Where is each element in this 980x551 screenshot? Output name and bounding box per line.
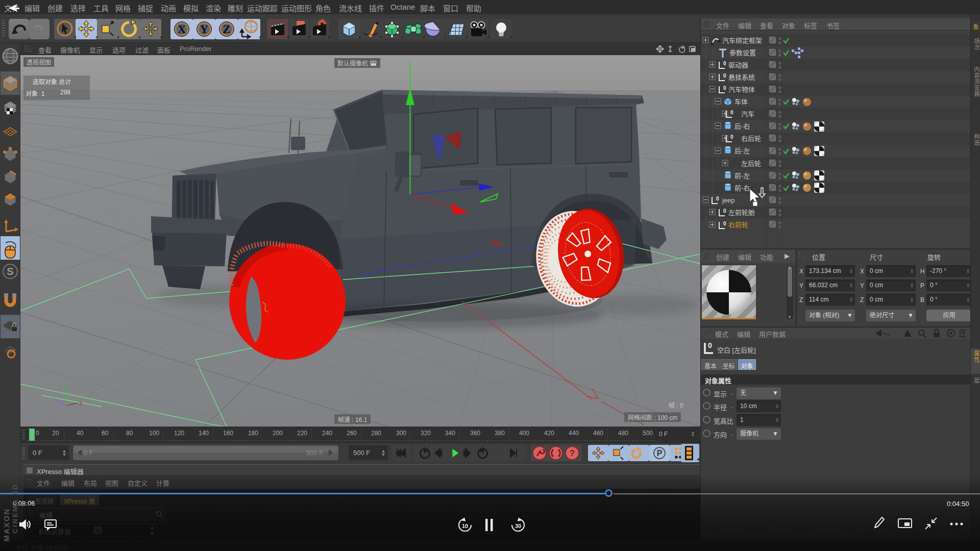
svg-text:0: 0 — [730, 110, 733, 115]
svg-text:左前轮胎: 左前轮胎 — [728, 209, 755, 216]
svg-text:0: 0 — [723, 221, 726, 227]
svg-text:500 F: 500 F — [306, 449, 323, 457]
svg-text:160: 160 — [223, 430, 233, 437]
svg-text:Y: Y — [62, 381, 66, 387]
svg-text:300: 300 — [396, 430, 406, 437]
svg-text:380: 380 — [495, 430, 505, 437]
svg-text:S: S — [7, 266, 13, 277]
svg-text:340: 340 — [445, 430, 455, 437]
svg-text:10: 10 — [462, 523, 468, 529]
svg-text:汽车: 汽车 — [741, 110, 754, 118]
svg-text:0: 0 — [723, 208, 726, 214]
svg-text:X: X — [79, 401, 83, 407]
svg-text:500: 500 — [643, 430, 653, 437]
svg-text:Y: Y — [200, 23, 209, 36]
svg-text:220: 220 — [297, 430, 307, 437]
svg-text:0: 0 — [716, 196, 719, 202]
svg-text:汽车绑定框架: 汽车绑定框架 — [722, 37, 762, 44]
svg-text:后-右: 后-右 — [734, 122, 750, 130]
svg-text:40: 40 — [77, 430, 84, 437]
svg-text:100: 100 — [149, 430, 159, 437]
svg-text:480: 480 — [618, 430, 628, 437]
svg-text:260: 260 — [347, 430, 357, 437]
svg-text:0: 0 — [36, 430, 39, 437]
svg-text:悬挂系统: 悬挂系统 — [728, 73, 755, 81]
svg-text:0 F: 0 F — [84, 449, 93, 457]
svg-text:20: 20 — [52, 430, 59, 437]
svg-text:420: 420 — [544, 430, 554, 437]
svg-text:右前轮: 右前轮 — [728, 221, 748, 229]
svg-text:汽车物体: 汽车物体 — [728, 86, 755, 93]
svg-text:驱动器: 驱动器 — [728, 61, 748, 69]
svg-text:前-右: 前-右 — [734, 184, 750, 192]
svg-text:后-左: 后-左 — [734, 147, 750, 155]
svg-text:Z: Z — [223, 23, 230, 36]
svg-text:120: 120 — [174, 430, 184, 437]
svg-text:0 F: 0 F — [33, 449, 42, 457]
svg-text:车体: 车体 — [734, 98, 748, 106]
svg-text:参数设置: 参数设置 — [729, 49, 756, 57]
svg-text:X: X — [178, 23, 186, 36]
svg-text:?: ? — [570, 448, 575, 458]
svg-text:Z: Z — [53, 395, 56, 401]
svg-text:左后轮: 左后轮 — [741, 160, 761, 167]
svg-text:P: P — [657, 449, 663, 458]
svg-text:60: 60 — [102, 430, 109, 437]
svg-text:320: 320 — [421, 430, 431, 437]
svg-text:180: 180 — [248, 430, 258, 437]
svg-text:30: 30 — [515, 523, 521, 529]
svg-text:360: 360 — [470, 430, 480, 437]
svg-text:0: 0 — [723, 73, 726, 79]
svg-text:0: 0 — [723, 61, 726, 66]
svg-text:0: 0 — [708, 342, 712, 349]
svg-text:280: 280 — [371, 430, 381, 437]
svg-text:前-左: 前-左 — [734, 172, 750, 180]
svg-text:460: 460 — [593, 430, 603, 437]
svg-text:140: 140 — [199, 430, 209, 437]
svg-text:440: 440 — [569, 430, 579, 437]
svg-text:jeep: jeep — [722, 196, 735, 204]
svg-text:240: 240 — [322, 430, 332, 437]
svg-text:500 F: 500 F — [353, 449, 370, 457]
svg-text:200: 200 — [273, 430, 283, 437]
svg-text:0: 0 — [723, 85, 726, 91]
svg-text:400: 400 — [519, 430, 529, 437]
svg-text:右后轮: 右后轮 — [741, 135, 761, 142]
svg-text:80: 80 — [126, 430, 133, 437]
svg-text:0: 0 — [730, 134, 733, 140]
